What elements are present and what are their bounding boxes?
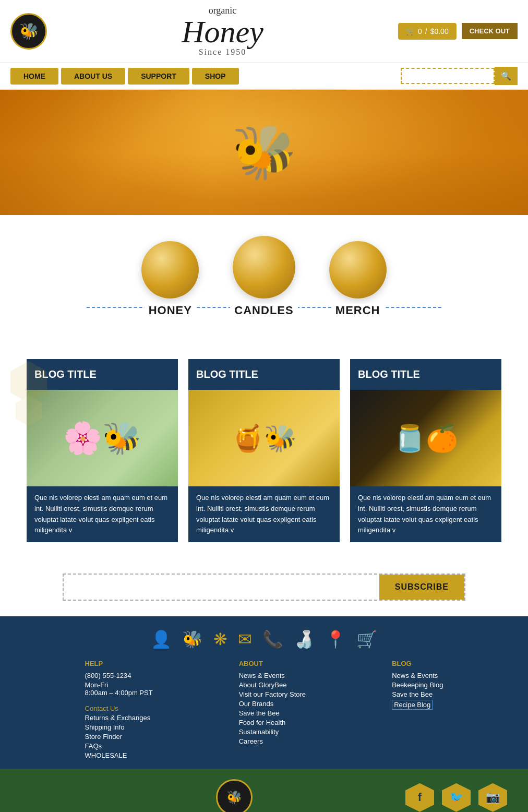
footer-link-beekeeping-blog[interactable]: Beekeeping Blog <box>392 681 443 689</box>
footer-icon-mail[interactable]: ✉ <box>238 629 252 649</box>
footer-text-hours: 8:00am – 4:00pm PST <box>85 689 153 697</box>
blog-card-3-body: Que nis volorep elesti am quam eum et eu… <box>350 486 501 542</box>
search-input[interactable] <box>401 68 495 84</box>
subscribe-button[interactable]: SUBSCRIBE <box>379 575 464 600</box>
hero-banner: 🐝 <box>0 90 528 215</box>
footer-links-row: HELP (800) 555-1234 Mon-Fri 8:00am – 4:0… <box>31 660 497 761</box>
footer-link-save-bee-about[interactable]: Save the Bee <box>239 709 306 717</box>
footer-link-news-events-about[interactable]: News & Events <box>239 672 306 679</box>
blog-card-1-body: Que nis volorep elesti am quam eum et eu… <box>27 486 178 542</box>
blog-image-jar-icon: 🫙🍊 <box>393 423 458 453</box>
site-header: 🐝 organic Honey Since 1950 🛒 0 / $0.00 C… <box>0 0 528 63</box>
footer-link-wholesale[interactable]: WHOLESALE <box>85 751 153 759</box>
subscribe-section: SUBSCRIBE <box>0 558 528 616</box>
cart-icon: 🛒 <box>406 27 415 35</box>
blog-card-2-header: BLOG TITLE <box>188 359 340 390</box>
cart-count-total[interactable]: 🛒 0 / $0.00 <box>398 23 457 40</box>
product-circle-merch <box>329 241 387 298</box>
footer-icon-bottle: 🍶 <box>294 629 315 649</box>
footer-link-glorybee[interactable]: About GloryBee <box>239 681 306 689</box>
blog-image-bee-icon: 🌸🐝 <box>63 420 141 457</box>
footer-bee-icon: 🐝 <box>226 790 242 805</box>
footer-col-blog-heading: BLOG <box>392 660 443 667</box>
footer-link-faqs[interactable]: FAQs <box>85 742 153 750</box>
footer-icon-phone[interactable]: 📞 <box>262 629 283 649</box>
twitter-icon[interactable]: 🐦 <box>442 783 471 812</box>
product-circle-candles <box>233 236 295 298</box>
brand-honey: Honey <box>182 16 263 47</box>
footer-icons-row: 👤 🐝 ❋ ✉ 📞 🍶 📍 🛒 <box>31 629 497 649</box>
hero-overlay: 🐝 <box>0 90 528 215</box>
footer-link-food-health[interactable]: Food for Health <box>239 719 306 726</box>
brand: organic Honey Since 1950 <box>182 5 263 57</box>
products-section: HONEY CANDLES MERCH <box>0 215 528 343</box>
footer-text-days: Mon-Fri <box>85 681 109 689</box>
subscribe-email-input[interactable] <box>64 575 379 600</box>
blog-card-2: BLOG TITLE 🍯🐝 Que nis volorep elesti am … <box>188 359 340 542</box>
nav-search: 🔍 <box>401 67 518 85</box>
cart-total: $0.00 <box>430 27 449 35</box>
blog-card-3-image: 🫙🍊 <box>350 390 501 486</box>
blog-card-2-image: 🍯🐝 <box>188 390 340 486</box>
nav-item-about[interactable]: ABOUT US <box>61 68 125 85</box>
footer-top: 👤 🐝 ❋ ✉ 📞 🍶 📍 🛒 HELP (800) 555-1234 Mon-… <box>0 616 528 769</box>
facebook-icon[interactable]: f <box>405 783 434 812</box>
blog-card-2-title: BLOG TITLE <box>196 368 332 380</box>
subscribe-form: SUBSCRIBE <box>63 574 465 601</box>
footer-logo: 🐝 <box>216 779 253 812</box>
footer-icon-bee: 🐝 <box>182 629 203 649</box>
blog-card-1-title: BLOG TITLE <box>34 368 170 380</box>
cart-area: 🛒 0 / $0.00 CHECK OUT <box>398 23 518 40</box>
logo-bee: 🐝 <box>10 13 47 50</box>
product-label-merch: MERCH <box>331 304 385 317</box>
footer-link-store-finder[interactable]: Store Finder <box>85 733 153 741</box>
footer-col-blog: BLOG News & Events Beekeeping Blog Save … <box>392 660 443 761</box>
footer-link-factory[interactable]: Visit our Factory Store <box>239 690 306 698</box>
instagram-icon[interactable]: 📷 <box>478 783 507 812</box>
footer-col-about: ABOUT News & Events About GloryBee Visit… <box>239 660 306 761</box>
product-honey[interactable]: HONEY <box>141 241 199 317</box>
product-candles[interactable]: CANDLES <box>230 236 297 317</box>
footer-icon-person: 👤 <box>151 629 172 649</box>
footer-link-careers[interactable]: Careers <box>239 737 306 745</box>
navigation: HOME ABOUT US SUPPORT SHOP 🔍 <box>0 63 528 90</box>
footer-col-about-heading: ABOUT <box>239 660 306 667</box>
footer-col-help: HELP (800) 555-1234 Mon-Fri 8:00am – 4:0… <box>85 660 153 761</box>
footer-link-returns[interactable]: Returns & Exchanges <box>85 714 153 722</box>
footer-col-help-heading: HELP <box>85 660 153 667</box>
footer-icon-location[interactable]: 📍 <box>325 629 346 649</box>
footer-link-sustainability[interactable]: Sustainability <box>239 728 306 736</box>
blog-section: BLOG TITLE 🌸🐝 Que nis volorep elesti am … <box>0 343 528 558</box>
blog-card-1: BLOG TITLE 🌸🐝 Que nis volorep elesti am … <box>27 359 178 542</box>
footer-icon-flower: ❋ <box>213 629 227 649</box>
footer-link-save-bee-blog[interactable]: Save the Bee <box>392 690 443 698</box>
product-circle-honey <box>141 241 199 298</box>
nav-links: HOME ABOUT US SUPPORT SHOP <box>10 68 239 85</box>
nav-item-support[interactable]: SUPPORT <box>128 68 189 85</box>
footer-link-news-events-blog[interactable]: News & Events <box>392 672 443 679</box>
product-merch[interactable]: MERCH <box>329 241 387 317</box>
product-label-honey: HONEY <box>145 304 196 317</box>
blog-card-1-image: 🌸🐝 <box>27 390 178 486</box>
products-row: HONEY CANDLES MERCH <box>10 236 518 323</box>
search-button[interactable]: 🔍 <box>495 67 518 85</box>
blog-card-3-header: BLOG TITLE <box>350 359 501 390</box>
nav-item-shop[interactable]: SHOP <box>192 68 239 85</box>
search-icon: 🔍 <box>501 71 511 80</box>
footer-link-recipe-blog[interactable]: Recipe Blog <box>392 700 433 710</box>
blog-card-3: BLOG TITLE 🫙🍊 Que nis volorep elesti am … <box>350 359 501 542</box>
footer-icon-cart[interactable]: 🛒 <box>356 629 377 649</box>
footer-link-contact[interactable]: Contact Us <box>85 704 153 712</box>
footer-link-phone[interactable]: (800) 555-1234 <box>85 672 153 679</box>
footer-link-brands[interactable]: Our Brands <box>239 700 306 708</box>
checkout-button[interactable]: CHECK OUT <box>462 23 518 39</box>
footer-bottom: 🐝 f 🐦 📷 <box>0 769 528 812</box>
cart-count: 0 <box>418 27 422 35</box>
product-label-candles: CANDLES <box>230 304 297 317</box>
bee-icon: 🐝 <box>19 22 39 40</box>
blog-card-2-body: Que nis volorep elesti am quam eum et eu… <box>188 486 340 542</box>
blog-image-honeycomb-icon: 🍯🐝 <box>232 423 296 453</box>
blog-card-1-header: BLOG TITLE <box>27 359 178 390</box>
footer-link-shipping[interactable]: Shipping Info <box>85 723 153 731</box>
nav-item-home[interactable]: HOME <box>10 68 58 85</box>
